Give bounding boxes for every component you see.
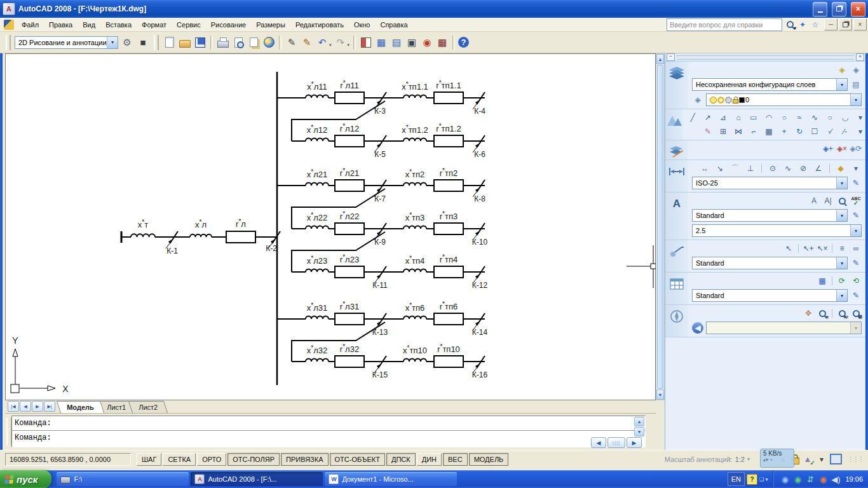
combo-arrow-icon[interactable]: ▾ — [850, 94, 861, 105]
toggle-ПРИВЯЗКА[interactable]: ПРИВЯЗКА — [281, 453, 328, 466]
fillet-icon[interactable]: ⌐ — [748, 126, 759, 137]
toggle-ОРТО[interactable]: ОРТО — [197, 453, 226, 466]
collect-multileaders-icon[interactable]: ∞ — [850, 243, 862, 254]
quick-dimension-icon[interactable]: ◆ — [835, 163, 846, 174]
workspace-combo[interactable]: 2D Рисование и аннотации ▾ — [15, 36, 118, 49]
help-search-icon[interactable]: ▾ — [784, 19, 796, 30]
tables-panel-icon[interactable] — [668, 276, 686, 292]
move-icon[interactable]: + — [778, 126, 790, 137]
menu-Рисование[interactable]: Рисование — [206, 19, 251, 30]
taskbar-task-F-[interactable]: F:\ — [57, 472, 189, 486]
zoom-realtime-icon[interactable]: ± — [817, 308, 828, 319]
navigation-panel-icon[interactable] — [668, 309, 686, 324]
text-height-combo[interactable]: 2.5 ▾ — [692, 224, 862, 237]
annotation-auto-scale-icon[interactable]: ▲✓ — [802, 454, 813, 465]
combo-arrow-icon[interactable]: ▾ — [836, 210, 847, 221]
annotation-scale-value[interactable]: 1:2 — [735, 456, 745, 463]
layers-panel-icon[interactable] — [668, 65, 686, 81]
zoom-extents-icon[interactable]: ⊞ — [850, 308, 862, 319]
extend-icon[interactable]: ∕- — [839, 126, 851, 137]
coordinates-display[interactable]: 16089.5251, 6563.8590 , 0.0000 — [5, 453, 131, 466]
toggle-ДИН[interactable]: ДИН — [417, 453, 442, 466]
favorites-icon[interactable]: ☆ — [810, 19, 821, 30]
circuit-drawing[interactable]: x*тx*лr*лК-1К-2x*л11r*л11К-3x*тп1.1r*тп1… — [6, 54, 656, 401]
redo-dropdown-icon[interactable]: ▾ — [348, 43, 350, 48]
find-text-icon[interactable] — [836, 195, 848, 207]
layer-states-icon[interactable]: ◈ — [850, 64, 862, 76]
zoom-window-icon[interactable]: ▭ — [836, 308, 848, 319]
combo-arrow-icon[interactable]: ▾ — [836, 290, 847, 301]
angular-dimension-icon[interactable]: ∠ — [813, 163, 824, 174]
toggle-ВЕС[interactable]: ВЕС — [443, 453, 468, 466]
array-icon[interactable]: ▦ — [763, 126, 775, 137]
toolbar-grip[interactable] — [154, 35, 159, 50]
table-style-dialog-icon[interactable]: ✎ — [850, 290, 862, 301]
named-view-combo[interactable]: ▾ — [706, 322, 862, 334]
close-button[interactable]: × — [851, 2, 865, 17]
palette-grip[interactable] — [677, 55, 854, 60]
layer-freeze-icon[interactable] — [717, 97, 724, 104]
multileader-style-combo[interactable]: Standard ▾ — [692, 257, 848, 269]
line-icon[interactable]: ╱ — [687, 112, 698, 123]
help-search-input[interactable] — [667, 18, 782, 31]
dimensions-panel-icon[interactable] — [668, 164, 686, 179]
layer-properties-manager-icon[interactable]: ◈ — [836, 64, 848, 76]
arc-icon[interactable]: ◠ — [763, 112, 775, 123]
communication-center-icon[interactable]: ✦ — [797, 19, 808, 30]
properties-palette-icon[interactable] — [359, 36, 373, 50]
tray-updates-icon[interactable]: ⇵ — [805, 474, 815, 484]
command-scroll-left-icon[interactable]: ◀ — [591, 437, 606, 448]
upload-to-source-icon[interactable]: ⟲ — [850, 275, 862, 287]
scroll-down-icon[interactable]: ▼ — [656, 390, 664, 400]
quickcalc-icon[interactable]: ▦ — [435, 36, 449, 50]
tray-download-master-icon[interactable]: ◉ — [818, 474, 828, 484]
menu-Редактировать[interactable]: Редактировать — [290, 19, 349, 30]
command-scroll-right-icon[interactable]: ▶ — [627, 437, 642, 448]
pan-icon[interactable]: ✥ — [803, 308, 814, 319]
tray-volume-icon[interactable]: ◀) — [831, 474, 841, 484]
menu-Размеры[interactable]: Размеры — [251, 19, 290, 30]
ellipse-arc-icon[interactable]: ◡ — [839, 112, 851, 123]
multileader-panel-icon[interactable] — [668, 244, 686, 259]
aligned-dimension-icon[interactable]: ↘ — [714, 163, 726, 174]
align-multileaders-icon[interactable]: ≡ — [836, 243, 848, 254]
tab-Лист2[interactable]: Лист2 — [128, 401, 168, 413]
draw-expander-icon[interactable]: ▾ — [855, 112, 866, 123]
toggle-МОДЕЛЬ[interactable]: МОДЕЛЬ — [469, 453, 509, 466]
drawing-canvas[interactable]: x*тx*лr*лК-1К-2x*л11r*л11К-3x*тп1.1r*тп1… — [5, 53, 656, 400]
language-indicator[interactable]: EN — [728, 472, 745, 486]
dimension-style-dialog-icon[interactable]: ✎ — [850, 177, 862, 189]
taskbar-task-Документ1-Microso-[interactable]: WДокумент1 - Microso... — [325, 472, 457, 486]
add-current-scale-icon[interactable]: ◈+ — [822, 143, 834, 154]
resize-grip[interactable]: ⋮⋮⋮ — [848, 456, 863, 463]
undo-dropdown-icon[interactable]: ▾ — [329, 43, 332, 48]
construction-line-icon[interactable]: ↗ — [702, 112, 714, 123]
scroll-up-icon[interactable]: ▲ — [656, 54, 664, 64]
menu-Вид[interactable]: Вид — [78, 19, 100, 30]
combo-arrow-icon[interactable]: ▾ — [836, 177, 847, 189]
toggle-ДПСК[interactable]: ДПСК — [386, 453, 416, 466]
save-icon[interactable] — [193, 36, 207, 50]
command-history[interactable]: Команда: Команда: ▲ ▼ — [11, 416, 646, 447]
combo-arrow-icon[interactable]: ▾ — [836, 257, 847, 269]
menu-Окно[interactable]: Окно — [349, 19, 376, 30]
language-bar-options-icon[interactable]: ❏ ▾ — [759, 477, 768, 482]
menu-Правка[interactable]: Правка — [44, 19, 78, 30]
menu-Справка[interactable]: Справка — [375, 19, 412, 30]
sheet-set-manager-icon[interactable]: ▣ — [405, 36, 419, 50]
toolbar-grip[interactable] — [6, 35, 11, 50]
command-prompt-line[interactable]: Команда: — [12, 431, 645, 445]
annotation-scale-dropdown-icon[interactable]: ▾ — [747, 456, 750, 462]
redo-icon[interactable]: ↷ — [334, 36, 348, 50]
make-object-layer-current-icon[interactable]: ◈ — [692, 94, 703, 105]
diameter-dimension-icon[interactable]: ⊘ — [797, 163, 809, 174]
help-icon[interactable]: ? — [458, 37, 469, 48]
combo-arrow-icon[interactable]: ▾ — [850, 225, 861, 236]
qnew-icon[interactable] — [163, 36, 177, 50]
doc-minimize-button[interactable]: ─ — [824, 18, 837, 30]
minimize-button[interactable] — [813, 2, 827, 17]
annotation-scaling-panel-icon[interactable] — [668, 144, 686, 159]
designcenter-icon[interactable]: ▦ — [374, 36, 388, 50]
download-from-source-icon[interactable]: ⟳ — [836, 275, 848, 287]
open-icon[interactable] — [178, 36, 192, 50]
